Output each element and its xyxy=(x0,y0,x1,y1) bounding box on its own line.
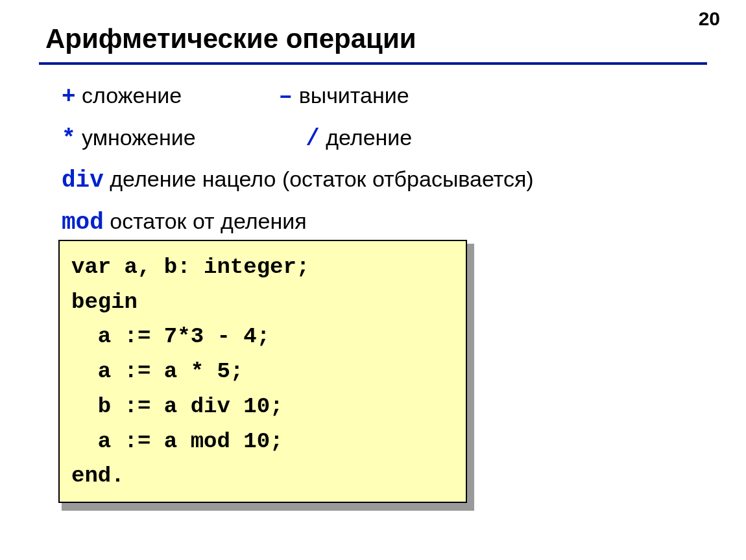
code-example: var a, b: integer; begin a := 7*3 - 4; a… xyxy=(58,240,467,503)
div-label: деление xyxy=(320,125,413,150)
op-row-mod: mod остаток от деления xyxy=(62,204,678,242)
plus-label: сложение xyxy=(76,83,182,108)
title-underline xyxy=(39,62,707,65)
div-keyword-label: деление нацело (остаток отбрасывается) xyxy=(104,167,534,191)
div-keyword: div xyxy=(62,167,104,194)
code-line-4: a := a * 5; xyxy=(71,355,454,390)
plus-symbol: + xyxy=(62,84,76,110)
mul-symbol: * xyxy=(62,126,76,152)
mul-label: умножение xyxy=(76,125,196,150)
code-line-3: a := 7*3 - 4; xyxy=(71,320,454,355)
mod-keyword: mod xyxy=(62,209,104,236)
page-number: 20 xyxy=(699,8,720,30)
op-row-mul-div: * умножение / деление xyxy=(62,120,678,158)
code-line-6: a := a mod 10; xyxy=(71,425,454,460)
minus-label: вычитание xyxy=(293,83,409,108)
slide-title: Арифметические операции xyxy=(45,23,416,54)
code-line-1: var a, b: integer; xyxy=(71,250,454,285)
op-row-divkw: div деление нацело (остаток отбрасываетс… xyxy=(62,161,678,200)
minus-symbol: – xyxy=(279,84,293,110)
op-row-add-sub: + сложение – вычитание xyxy=(62,78,678,116)
code-line-2: begin xyxy=(71,285,454,320)
mod-keyword-label: остаток от деления xyxy=(104,209,307,233)
div-symbol: / xyxy=(306,126,320,152)
slide: 20 Арифметические операции + сложение – … xyxy=(0,0,746,560)
code-line-5: b := a div 10; xyxy=(71,390,454,425)
operations-list: + сложение – вычитание * умножение / дел… xyxy=(62,78,678,245)
code-line-7: end. xyxy=(71,459,454,494)
